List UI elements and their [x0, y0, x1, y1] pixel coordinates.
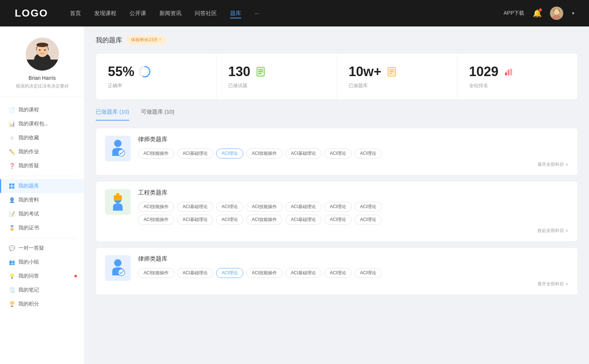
- stat-label-rank: 全站排名: [469, 82, 566, 89]
- sidebar-item-one-on-one[interactable]: 💬 一对一答疑: [0, 241, 84, 255]
- tag-eng-theory-1[interactable]: ACI理论: [216, 202, 243, 212]
- medal-icon: 🏆: [9, 301, 15, 307]
- svg-point-33: [114, 140, 121, 147]
- pie-chart-icon: [139, 66, 151, 78]
- user-motto: 错误的决定比没有决定要好: [16, 83, 69, 89]
- tag-eng-theory-3[interactable]: ACI理论: [355, 202, 382, 212]
- sidebar-item-label: 我的题库: [18, 183, 39, 189]
- tag-law2-theory-2[interactable]: ACI理论: [324, 268, 352, 278]
- page-header: 我的题库 体验剩余23天！: [96, 35, 578, 44]
- tag-aci-theory-3[interactable]: ACI理论: [355, 149, 382, 158]
- collapse-link-engineer[interactable]: 收起全部科目 ∧: [138, 228, 569, 234]
- tag-eng-theory-2[interactable]: ACI理论: [324, 202, 352, 212]
- tag-eng-theory-4[interactable]: ACI理论: [216, 215, 243, 225]
- tag-law2-skill-1[interactable]: ACI技能操作: [138, 268, 174, 278]
- tag-eng-basic-3[interactable]: ACI基础理论: [177, 215, 213, 225]
- qbank-icon-lawyer-2: [105, 255, 131, 281]
- app-download[interactable]: APP下载: [504, 10, 524, 17]
- sidebar-item-profile[interactable]: 👤 我的资料: [0, 193, 84, 207]
- tag-law2-skill-2[interactable]: ACI技能操作: [246, 268, 282, 278]
- nav-link-qa[interactable]: 问答社区: [195, 8, 217, 18]
- sidebar-item-certificate[interactable]: 🏅 我的证书: [0, 221, 84, 235]
- nav-link-home[interactable]: 首页: [70, 8, 81, 18]
- sidebar-item-questions[interactable]: ❓ 我的答疑: [0, 159, 84, 173]
- stat-done-banks: 10w+ 已做题库: [337, 54, 457, 99]
- tag-eng-skill-3[interactable]: ACI技能操作: [138, 215, 174, 225]
- sidebar-item-favorites[interactable]: ☆ 我的收藏: [0, 131, 84, 145]
- sidebar-item-group[interactable]: 👥 我的小组: [0, 255, 84, 269]
- qbank-name-engineer: 工程类题库: [138, 189, 569, 197]
- tag-eng-skill-1[interactable]: ACI技能操作: [138, 202, 174, 212]
- user-name: Brian Harris: [29, 75, 56, 81]
- user-avatar[interactable]: [550, 7, 563, 20]
- expand-link-lawyer-2[interactable]: 展开全部科目 ∨: [138, 281, 569, 287]
- sidebar-user-section: Brian Harris 错误的决定比没有决定要好: [0, 38, 84, 97]
- nav-link-more[interactable]: ···: [254, 8, 259, 18]
- qbank-card-engineer: 工程类题库 ACI技能操作 ACI基础理论 ACI理论 ACI技能操作 ACI基…: [96, 181, 578, 242]
- trial-badge: 体验剩余23天！: [127, 35, 167, 44]
- tag-law2-basic-1[interactable]: ACI基础理论: [177, 268, 213, 278]
- tab-available-banks[interactable]: 可做题库 (10): [141, 108, 174, 121]
- edit-icon: ✏️: [9, 149, 15, 155]
- note-icon: 🗒️: [9, 287, 15, 293]
- chat-icon: 💬: [9, 245, 15, 251]
- sidebar-item-qbank[interactable]: 我的题库: [0, 179, 84, 193]
- nav-link-qbank[interactable]: 题库: [230, 8, 241, 18]
- sidebar-item-my-qa[interactable]: 💡 我的问答: [0, 269, 84, 283]
- tag-eng-theory-5[interactable]: ACI理论: [324, 215, 352, 225]
- sidebar-item-course-packages[interactable]: 📊 我的课程包...: [0, 117, 84, 131]
- bell-notification-dot: [539, 8, 542, 11]
- tag-eng-basic-2[interactable]: ACI基础理论: [285, 202, 321, 212]
- tag-aci-theory-2[interactable]: ACI理论: [324, 149, 352, 158]
- sidebar-menu: 📄 我的课程 📊 我的课程包... ☆ 我的收藏 ✏️ 我的作业 ❓ 我的答疑: [0, 97, 84, 317]
- tags-row-lawyer-2: ACI技能操作 ACI基础理论 ACI理论 ACI技能操作 ACI基础理论 AC…: [138, 268, 569, 278]
- tag-law2-theory-active[interactable]: ACI理论: [216, 268, 243, 278]
- tag-eng-skill-4[interactable]: ACI技能操作: [246, 215, 282, 225]
- nav-link-courses[interactable]: 发现课程: [94, 8, 116, 18]
- sidebar-item-notes[interactable]: 🗒️ 我的笔记: [0, 283, 84, 297]
- nav-link-news[interactable]: 新闻资讯: [159, 8, 181, 18]
- qbank-name-lawyer-2: 律师类题库: [138, 255, 569, 263]
- stats-grid: 55% 正确率 130: [96, 53, 578, 100]
- tag-aci-skill-2[interactable]: ACI技能操作: [246, 149, 282, 158]
- engineer-icon: [109, 192, 127, 212]
- tag-law2-basic-2[interactable]: ACI基础理论: [285, 268, 321, 278]
- sidebar-item-points[interactable]: 🏆 我的积分: [0, 297, 84, 311]
- qbank-name-lawyer-1: 律师类题库: [138, 136, 569, 143]
- stat-accuracy: 55% 正确率: [96, 54, 216, 99]
- sidebar-item-my-courses[interactable]: 📄 我的课程: [0, 103, 84, 117]
- sidebar-item-label: 我的笔记: [18, 287, 39, 293]
- nav-link-open[interactable]: 公开课: [130, 8, 146, 18]
- qbank-content-engineer: 工程类题库 ACI技能操作 ACI基础理论 ACI理论 ACI技能操作 ACI基…: [138, 189, 569, 234]
- tag-law2-theory-3[interactable]: ACI理论: [355, 268, 382, 278]
- group-icon: 👥: [9, 259, 15, 265]
- stat-number-done: 130: [228, 64, 250, 79]
- cert-icon: 🏅: [9, 225, 15, 231]
- tag-aci-skill-1[interactable]: ACI技能操作: [138, 149, 174, 158]
- avatar-dropdown-arrow[interactable]: ▾: [572, 11, 574, 16]
- nav-links: 首页 发现课程 公开课 新闻资讯 问答社区 题库 ···: [70, 8, 504, 18]
- page-wrapper: Brian Harris 错误的决定比没有决定要好 📄 我的课程 📊 我的课程包…: [0, 0, 589, 364]
- tab-row: 已做题库 (10) 可做题库 (10): [96, 108, 578, 121]
- svg-point-12: [36, 43, 48, 47]
- tag-aci-basic-1[interactable]: ACI基础理论: [177, 149, 213, 158]
- qbank-card-lawyer-1: 律师类题库 ACI技能操作 ACI基础理论 ACI理论 ACI技能操作 ACI基…: [96, 128, 578, 175]
- tab-done-banks[interactable]: 已做题库 (10): [96, 108, 129, 121]
- svg-rect-16: [12, 186, 14, 189]
- tag-eng-theory-6[interactable]: ACI理论: [355, 215, 382, 225]
- doc-icon: 📝: [9, 211, 15, 217]
- sidebar-item-label: 我的资料: [18, 197, 39, 203]
- tag-eng-basic-4[interactable]: ACI基础理论: [285, 215, 321, 225]
- sidebar-item-exam[interactable]: 📝 我的考试: [0, 207, 84, 221]
- sidebar-item-label: 我的作业: [18, 149, 39, 155]
- sidebar-item-homework[interactable]: ✏️ 我的作业: [0, 145, 84, 159]
- bell-button[interactable]: 🔔: [532, 8, 543, 19]
- tag-eng-skill-2[interactable]: ACI技能操作: [246, 202, 282, 212]
- tag-aci-basic-2[interactable]: ACI基础理论: [285, 149, 321, 158]
- tag-eng-basic-1[interactable]: ACI基础理论: [177, 202, 213, 212]
- expand-link-lawyer-1[interactable]: 展开全部科目 ∨: [138, 161, 569, 168]
- tag-aci-theory-active-1[interactable]: ACI理论: [216, 149, 243, 158]
- star-icon: ☆: [9, 135, 15, 141]
- stat-label-banks: 已做题库: [349, 82, 445, 89]
- tags-row-engineer-2: ACI技能操作 ACI基础理论 ACI理论 ACI技能操作 ACI基础理论 AC…: [138, 215, 569, 225]
